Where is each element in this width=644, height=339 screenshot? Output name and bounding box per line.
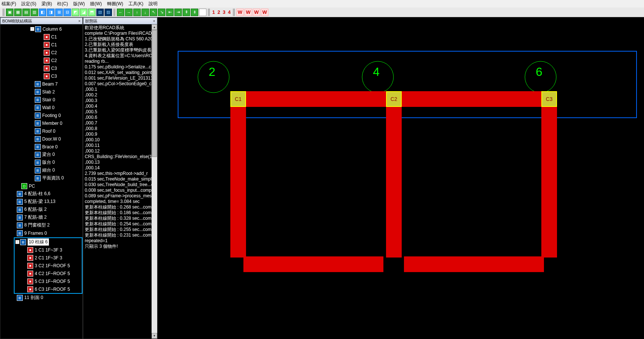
w-btn-2[interactable]: W [245, 9, 252, 16]
toolbar-grip[interactable] [3, 9, 4, 16]
status-line: ,000.12 [85, 148, 156, 154]
close-icon[interactable]: × [153, 19, 155, 23]
tree-slab2[interactable]: ⊞Slab 2 [0, 88, 83, 96]
tree-sub-4[interactable]: ■4 C2 1F~ROOF 5 [15, 269, 82, 277]
arrow-down[interactable]: ↓ [141, 9, 149, 16]
toolbar-grip-3[interactable] [208, 9, 210, 16]
tree-n7[interactable]: ⊞7 配筋-牆 2 [0, 213, 83, 221]
status-body[interactable]: 歡迎使用RCAD系統complete C:\Program Files\RCAD… [83, 24, 157, 339]
tree-stair0[interactable]: ⊞Stair 0 [0, 96, 83, 104]
tree-sub-6[interactable]: ■6 C3 1F~ROOF 5 [15, 285, 82, 293]
tree-footing0[interactable]: ⊞Footing 0 [0, 111, 83, 119]
tree-beam7[interactable]: ⊞Beam 7 [0, 80, 83, 88]
arrow-rightright[interactable]: ⇥ [174, 9, 182, 16]
arrow-up[interactable]: ↑ [133, 9, 141, 16]
tree-sub-2[interactable]: ■2 C1 1F~3F 3 [15, 254, 82, 262]
menu-column[interactable]: 柱(C) [57, 1, 68, 7]
arrow-downdown[interactable]: ⇟ [191, 9, 198, 16]
tool-btn-13[interactable]: ▨ [105, 9, 112, 16]
col-box-c3[interactable]: C3 [541, 91, 557, 107]
close-icon[interactable]: × [78, 19, 81, 23]
tree-c2-a[interactable]: ■C2 [0, 49, 83, 56]
tree-c1-b[interactable]: ■C1 [0, 41, 83, 49]
tree-n10[interactable]: − ⊞ 10 柱線 6 [15, 238, 82, 246]
menu-tools[interactable]: 工具(K) [128, 1, 143, 7]
drawing-viewport[interactable]: 2 4 6 C1 C2 C3 FB1 (65 x 250)e +90 FB2 (… [158, 17, 644, 339]
tree-roof0[interactable]: ⊞Roof 0 [0, 127, 83, 135]
tool-btn-4[interactable]: ▥ [31, 9, 38, 16]
tree-st0[interactable]: ⊞細台 0 [0, 166, 83, 174]
arrow-upup[interactable]: ⇞ [183, 9, 190, 16]
col-box-c2[interactable]: C2 [386, 91, 402, 107]
tool-btn-3[interactable]: ▤ [22, 9, 30, 16]
w-btn-1[interactable]: W [236, 9, 244, 16]
tree-n11[interactable]: ⊞11 剖面 0 [0, 294, 83, 302]
scroll-down-button[interactable]: ▼ [152, 333, 157, 339]
status-panel-header[interactable]: 狀態區 × [83, 18, 157, 24]
tree-n8[interactable]: ⊞8 門窗模型 2 [0, 221, 83, 229]
scroll-up-button[interactable]: ▲ [152, 24, 157, 30]
arrow-right[interactable]: → [125, 9, 133, 16]
tree-doorw0[interactable]: ⊞Door.W 0 [0, 135, 83, 143]
tree-n4[interactable]: ⊞4 配筋-柱 6,6 [0, 190, 83, 198]
tree-selected-group: − ⊞ 10 柱線 6 ■1 C1 1F~3F 3 ■2 C1 1F~3F 3 … [14, 237, 83, 294]
expander-icon[interactable]: − [15, 240, 19, 244]
menu-beam[interactable]: 梁(B) [41, 1, 52, 7]
menu-wall[interactable]: 牆(W) [90, 1, 102, 7]
num-2[interactable]: 2 [216, 9, 221, 16]
tree-c1-a[interactable]: ■C1 [0, 33, 83, 41]
tool-btn-6[interactable]: ◨ [47, 9, 55, 16]
tree-c2-b[interactable]: ■C2 [0, 56, 83, 64]
tree-brace0[interactable]: ⊞Brace 0 [0, 143, 83, 151]
num-4[interactable]: 4 [227, 9, 232, 16]
tree-wall0[interactable]: ⊞Wall 0 [0, 104, 83, 111]
tree-n6[interactable]: ⊞6 配筋-版 2 [0, 206, 83, 213]
num-3[interactable]: 3 [221, 9, 227, 16]
arrow-downright[interactable]: ↘ [158, 9, 165, 16]
tree-lt0[interactable]: ⊞梁台 0 [0, 151, 83, 158]
grid-label-4: 4 [373, 65, 380, 79]
scroll-thumb[interactable] [152, 30, 157, 157]
arrow-upleft[interactable]: ↖ [150, 9, 157, 16]
toolbar-grip-2[interactable] [113, 9, 115, 16]
tree-column6[interactable]: − ⊞ Column 6 [0, 25, 83, 33]
tool-btn-12[interactable]: ▧ [96, 9, 104, 16]
expander-icon[interactable]: − [30, 27, 34, 31]
tool-btn-1[interactable]: ▣ [6, 9, 13, 16]
tree-pc[interactable]: ⊡PC [0, 182, 83, 190]
tree-n9[interactable]: ⊞9 Frames 0 [0, 229, 83, 237]
menu-help[interactable]: 說明 [149, 1, 158, 7]
menu-file[interactable]: 檔案(F) [1, 1, 16, 7]
tool-btn-5[interactable]: ◧ [39, 9, 46, 16]
tree-sub-3[interactable]: ■3 C2 1F~ROOF 5 [15, 262, 82, 269]
tool-btn-11[interactable]: ⬒ [88, 9, 96, 16]
bom-tree-body[interactable]: − ⊞ Column 6 ■C1 ■C1 ■C2 ■C2 ■C3 ■C3 ⊞Be… [0, 24, 83, 339]
tree-pm0[interactable]: ⊞平面資訊 0 [0, 174, 83, 182]
tree-c3-b[interactable]: ■C3 [0, 72, 83, 80]
arrow-leftleft[interactable]: ⇤ [166, 9, 174, 16]
tree-n5[interactable]: ⊞5 配筋-梁 13,13 [0, 198, 83, 206]
menu-settings[interactable]: 設定(S) [21, 1, 36, 7]
tool-btn-9[interactable]: ◩ [72, 9, 79, 16]
w-btn-3[interactable]: W [253, 9, 260, 16]
tool-calc[interactable]: ▦ [199, 9, 206, 16]
bom-panel-header[interactable]: BOM樹狀結構區 × [0, 18, 83, 24]
menu-slab[interactable]: 版(W) [73, 1, 85, 7]
tree-bt0[interactable]: ⊞版台 0 [0, 158, 83, 166]
tool-btn-8[interactable]: ⊟ [63, 9, 71, 16]
frame-icon: ⊞ [17, 191, 23, 197]
tree-member0[interactable]: ⊞Member 0 [0, 119, 83, 127]
tree-sub-5[interactable]: ■5 C3 1F~ROOF 5 [15, 277, 82, 285]
tree-c3-a[interactable]: ■C3 [0, 64, 83, 72]
col-box-c1[interactable]: C1 [230, 91, 246, 107]
num-1[interactable]: 1 [211, 9, 216, 16]
tool-btn-10[interactable]: ◪ [80, 9, 87, 16]
tree-sub-1[interactable]: ■1 C1 1F~3F 3 [15, 246, 82, 254]
tool-btn-7[interactable]: ⊞ [55, 9, 63, 16]
scrollbar-vertical[interactable]: ▲ ▼ [152, 24, 157, 339]
tool-btn-2[interactable]: ▦ [14, 9, 22, 16]
w-btn-4[interactable]: W [261, 9, 268, 16]
menu-convert[interactable]: 轉圖(W) [107, 1, 123, 7]
toolbar-grip-4[interactable] [233, 9, 235, 16]
arrow-left[interactable]: ← [117, 9, 124, 16]
